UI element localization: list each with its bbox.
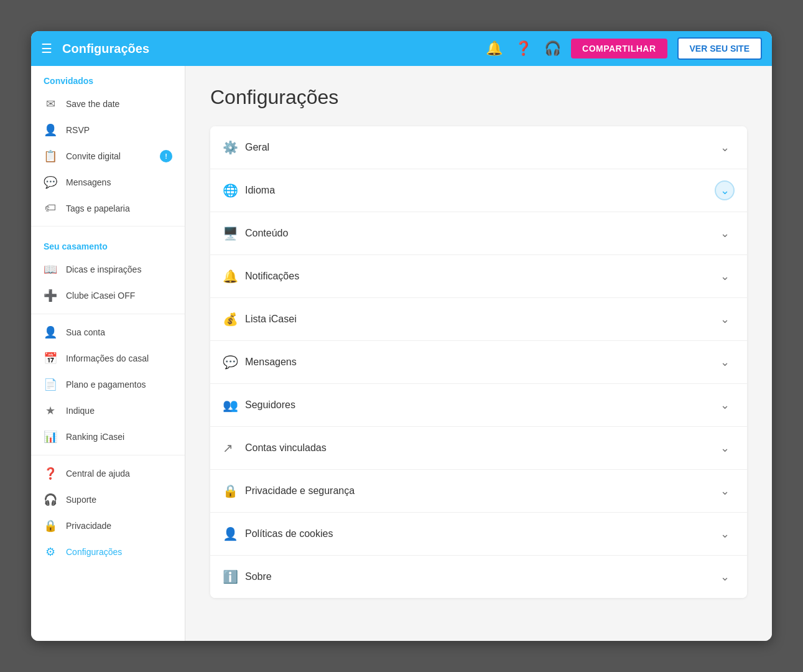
- conteudo-label: Conteúdo: [245, 228, 715, 239]
- seguidores-icon: 👥: [223, 398, 245, 413]
- privacidade-seguranca-chevron: ⌄: [715, 481, 735, 501]
- sidebar-divider-3: [31, 455, 185, 455]
- sidebar-item-rsvp[interactable]: 👤 RSVP: [31, 117, 185, 143]
- document-icon: 📄: [44, 378, 57, 391]
- help-circle-icon: ❓: [44, 467, 57, 480]
- contas-vinculadas-label: Contas vinculadas: [245, 442, 715, 454]
- sidebar-label-dicas: Dicas e inspirações: [66, 264, 172, 274]
- sidebar-item-central-ajuda[interactable]: ❓ Central de ajuda: [31, 460, 185, 487]
- settings-accordion: ⚙️ Geral ⌄ 🌐 Idioma ⌄ 🖥️ Conteúdo ⌄ 🔔 No: [210, 126, 747, 598]
- bell-icon[interactable]: 🔔: [486, 40, 503, 57]
- help-icon[interactable]: ❓: [515, 40, 532, 57]
- chat-icon: 💬: [44, 175, 57, 189]
- calendar-icon: 📅: [44, 352, 57, 365]
- book-icon: 📖: [44, 263, 57, 276]
- envelope-icon: ✉: [44, 97, 57, 111]
- view-site-button[interactable]: VER SEU SITE: [677, 37, 762, 60]
- sidebar-item-suporte[interactable]: 🎧 Suporte: [31, 487, 185, 513]
- accordion-mensagens[interactable]: 💬 Mensagens ⌄: [210, 341, 747, 384]
- idioma-chevron: ⌄: [715, 180, 735, 200]
- geral-chevron: ⌄: [715, 138, 735, 157]
- idioma-icon: 🌐: [223, 183, 245, 198]
- mensagens-icon: 💬: [223, 355, 245, 370]
- app-window: ☰ Configurações 🔔 ❓ 🎧 COMPARTILHAR VER S…: [31, 31, 772, 641]
- sidebar-item-ranking[interactable]: 📊 Ranking iCasei: [31, 424, 185, 450]
- sidebar-item-privacidade[interactable]: 🔒 Privacidade: [31, 513, 185, 539]
- sobre-icon: ℹ️: [223, 569, 245, 584]
- accordion-idioma[interactable]: 🌐 Idioma ⌄: [210, 169, 747, 212]
- seguidores-chevron: ⌄: [715, 395, 735, 415]
- sidebar-item-configuracoes[interactable]: ⚙ Configurações: [31, 539, 185, 565]
- accordion-sobre[interactable]: ℹ️ Sobre ⌄: [210, 556, 747, 598]
- sidebar-label-configuracoes: Configurações: [66, 547, 172, 557]
- support-icon: 🎧: [44, 493, 57, 506]
- sidebar-label-ranking: Ranking iCasei: [66, 432, 172, 442]
- chart-icon: 📊: [44, 430, 57, 444]
- geral-label: Geral: [245, 142, 715, 153]
- section-casamento-label: Seu casamento: [31, 231, 185, 256]
- settings-icon: ⚙: [44, 545, 57, 559]
- accordion-conteudo[interactable]: 🖥️ Conteúdo ⌄: [210, 212, 747, 255]
- sidebar-label-rsvp: RSVP: [66, 125, 172, 135]
- notificacoes-chevron: ⌄: [715, 266, 735, 286]
- politicas-cookies-chevron: ⌄: [715, 524, 735, 544]
- sidebar-label-plano: Plano e pagamentos: [66, 380, 172, 390]
- notificacoes-icon: 🔔: [223, 269, 245, 284]
- sidebar-label-mensagens: Mensagens: [66, 177, 172, 187]
- accordion-lista-icasei[interactable]: 💰 Lista iCasei ⌄: [210, 298, 747, 341]
- sidebar: Convidados ✉ Save the date 👤 RSVP 📋 Conv…: [31, 66, 185, 641]
- lista-icasei-icon: 💰: [223, 312, 245, 327]
- sidebar-item-save-the-date[interactable]: ✉ Save the date: [31, 91, 185, 117]
- sidebar-label-save-the-date: Save the date: [66, 99, 172, 109]
- star-icon: ★: [44, 404, 57, 418]
- club-icon: ➕: [44, 289, 57, 302]
- accordion-seguidores[interactable]: 👥 Seguidores ⌄: [210, 384, 747, 427]
- main-content: Configurações ⚙️ Geral ⌄ 🌐 Idioma ⌄ 🖥️ C…: [185, 66, 772, 641]
- contas-vinculadas-icon: ↗: [223, 441, 245, 455]
- accordion-notificacoes[interactable]: 🔔 Notificações ⌄: [210, 255, 747, 298]
- main-layout: Convidados ✉ Save the date 👤 RSVP 📋 Conv…: [31, 66, 772, 641]
- sobre-chevron: ⌄: [715, 567, 735, 587]
- sidebar-label-central-ajuda: Central de ajuda: [66, 469, 172, 478]
- sidebar-label-suporte: Suporte: [66, 495, 172, 505]
- accordion-contas-vinculadas[interactable]: ↗ Contas vinculadas ⌄: [210, 427, 747, 470]
- sidebar-label-sua-conta: Sua conta: [66, 327, 172, 337]
- sidebar-label-tags-papelaria: Tags e papelaria: [66, 203, 172, 213]
- sidebar-item-convite-digital[interactable]: 📋 Convite digital !: [31, 143, 185, 169]
- conteudo-icon: 🖥️: [223, 226, 245, 241]
- privacidade-seguranca-icon: 🔒: [223, 483, 245, 498]
- sidebar-item-dicas[interactable]: 📖 Dicas e inspirações: [31, 256, 185, 282]
- seguidores-label: Seguidores: [245, 399, 715, 411]
- sidebar-item-clube-icasei[interactable]: ➕ Clube iCasei OFF: [31, 282, 185, 309]
- top-navbar: ☰ Configurações 🔔 ❓ 🎧 COMPARTILHAR VER S…: [31, 31, 772, 66]
- app-title: Configurações: [62, 42, 476, 56]
- lock-icon: 🔒: [44, 519, 57, 533]
- sobre-label: Sobre: [245, 571, 715, 582]
- topnav-icons: 🔔 ❓ 🎧: [486, 40, 561, 57]
- notificacoes-label: Notificações: [245, 271, 715, 282]
- idioma-label: Idioma: [245, 185, 715, 196]
- hamburger-menu[interactable]: ☰: [41, 41, 52, 56]
- accordion-politicas-cookies[interactable]: 👤 Políticas de cookies ⌄: [210, 513, 747, 556]
- person-add-icon: 👤: [44, 123, 57, 137]
- sidebar-item-mensagens[interactable]: 💬 Mensagens: [31, 169, 185, 195]
- mensagens-label: Mensagens: [245, 357, 715, 368]
- accordion-privacidade-seguranca[interactable]: 🔒 Privacidade e segurança ⌄: [210, 470, 747, 513]
- lista-icasei-chevron: ⌄: [715, 309, 735, 329]
- accordion-geral[interactable]: ⚙️ Geral ⌄: [210, 126, 747, 169]
- sidebar-item-info-casal[interactable]: 📅 Informações do casal: [31, 345, 185, 371]
- sidebar-item-sua-conta[interactable]: 👤 Sua conta: [31, 319, 185, 345]
- sidebar-label-info-casal: Informações do casal: [66, 353, 172, 363]
- headset-icon[interactable]: 🎧: [544, 40, 561, 57]
- tag-icon: 🏷: [44, 202, 57, 215]
- sidebar-item-plano[interactable]: 📄 Plano e pagamentos: [31, 371, 185, 398]
- privacidade-seguranca-label: Privacidade e segurança: [245, 485, 715, 497]
- sidebar-item-tags-papelaria[interactable]: 🏷 Tags e papelaria: [31, 195, 185, 221]
- invitation-icon: 📋: [44, 149, 57, 163]
- page-title: Configurações: [210, 86, 747, 109]
- sidebar-item-indique[interactable]: ★ Indique: [31, 398, 185, 424]
- section-convidados-label: Convidados: [31, 66, 185, 91]
- sidebar-divider-1: [31, 226, 185, 226]
- share-button[interactable]: COMPARTILHAR: [571, 39, 667, 58]
- geral-icon: ⚙️: [223, 140, 245, 155]
